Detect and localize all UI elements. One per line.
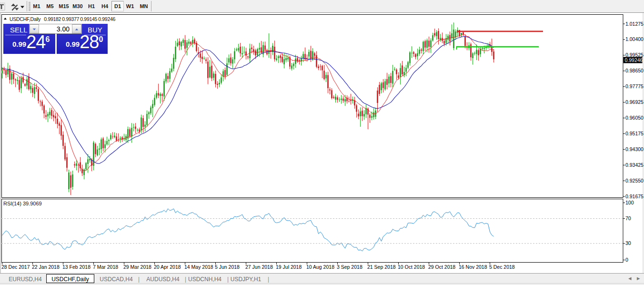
svg-text:16 Nov 2018: 16 Nov 2018 bbox=[459, 264, 487, 270]
svg-text:1.00400: 1.00400 bbox=[625, 36, 644, 42]
svg-text:0.99246: 0.99246 bbox=[625, 57, 643, 63]
svg-text:3 Sep 2018: 3 Sep 2018 bbox=[337, 264, 362, 270]
svg-text:7 Mar 2018: 7 Mar 2018 bbox=[93, 264, 118, 270]
svg-text:22 Jan 2018: 22 Jan 2018 bbox=[32, 264, 60, 270]
svg-text:0.91675: 0.91675 bbox=[625, 193, 644, 199]
svg-text:0.96050: 0.96050 bbox=[625, 115, 644, 121]
svg-text:100: 100 bbox=[625, 200, 634, 205]
svg-text:0.94300: 0.94300 bbox=[625, 146, 644, 152]
svg-text:70: 70 bbox=[625, 215, 631, 221]
svg-text:0.93425: 0.93425 bbox=[625, 162, 644, 168]
svg-text:27 Jun 2018: 27 Jun 2018 bbox=[245, 264, 273, 270]
svg-text:13 Feb 2018: 13 Feb 2018 bbox=[62, 264, 91, 270]
svg-text:0.95175: 0.95175 bbox=[625, 131, 644, 136]
svg-text:0: 0 bbox=[625, 257, 628, 263]
svg-text:10 Oct 2018: 10 Oct 2018 bbox=[398, 264, 425, 270]
svg-text:5 Jun 2018: 5 Jun 2018 bbox=[215, 264, 240, 270]
svg-text:1.01275: 1.01275 bbox=[625, 21, 644, 27]
svg-text:21 Sep 2018: 21 Sep 2018 bbox=[367, 264, 396, 270]
svg-text:10 Aug 2018: 10 Aug 2018 bbox=[306, 264, 334, 270]
svg-text:30: 30 bbox=[625, 240, 631, 246]
svg-text:0.92550: 0.92550 bbox=[625, 178, 644, 183]
svg-text:20 Apr 2018: 20 Apr 2018 bbox=[154, 264, 181, 270]
svg-text:0.97775: 0.97775 bbox=[625, 83, 644, 89]
svg-text:29 Mar 2018: 29 Mar 2018 bbox=[123, 264, 151, 270]
svg-text:0.98650: 0.98650 bbox=[625, 68, 644, 73]
svg-text:19 Jul 2018: 19 Jul 2018 bbox=[276, 264, 302, 270]
svg-text:5 Dec 2018: 5 Dec 2018 bbox=[489, 264, 515, 270]
svg-text:14 May 2018: 14 May 2018 bbox=[184, 264, 213, 270]
svg-text:29 Oct 2018: 29 Oct 2018 bbox=[428, 264, 455, 270]
svg-text:0.96925: 0.96925 bbox=[625, 99, 644, 105]
svg-text:28 Dec 2017: 28 Dec 2017 bbox=[1, 264, 30, 270]
